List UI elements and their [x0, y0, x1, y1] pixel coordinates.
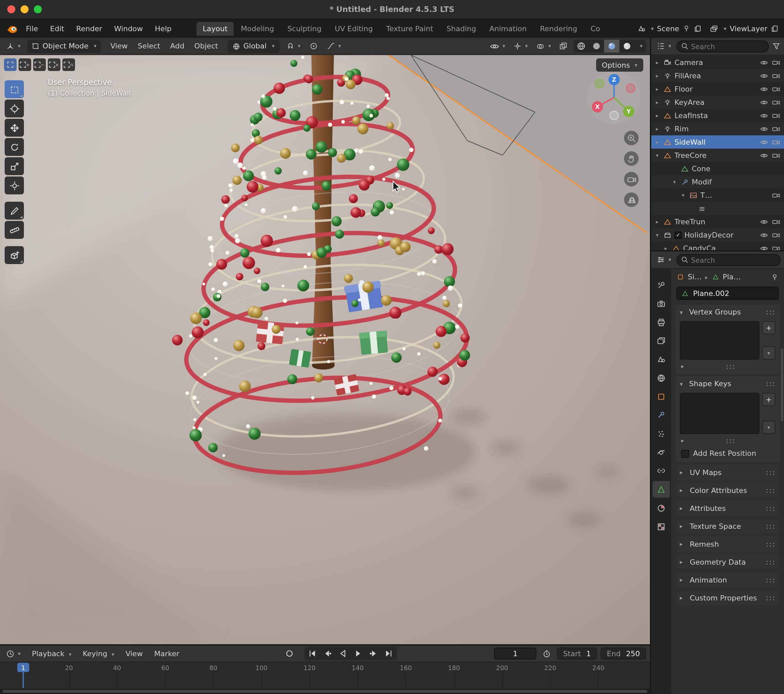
gizmo-x-neg[interactable]	[626, 84, 635, 92]
viewport-scene[interactable]	[0, 55, 650, 644]
workspace-tab-uv-editing[interactable]: UV Editing	[329, 21, 379, 36]
tool-measure[interactable]	[5, 221, 24, 239]
shape-keys-list[interactable]	[680, 393, 759, 434]
timeline-menu-playback[interactable]: Playback ▾	[26, 647, 77, 660]
shading-solid-button[interactable]	[589, 40, 604, 53]
viewlayer-selector[interactable]: ▾ ViewLayer	[710, 24, 779, 33]
panel-color-attributes[interactable]: ▸Color Attributes	[675, 482, 780, 498]
tool-transform[interactable]	[5, 176, 24, 194]
disable-in-renders-toggle[interactable]	[772, 245, 780, 250]
object-breadcrumb-icon[interactable]	[677, 273, 684, 281]
expand-icon[interactable]: ▸	[654, 112, 660, 118]
zoom-window-button[interactable]	[34, 5, 42, 13]
snapping-toggle[interactable]: ▾	[284, 41, 302, 52]
disable-in-renders-toggle[interactable]	[772, 192, 780, 198]
filter-funnel-icon[interactable]	[772, 42, 781, 51]
tool-add-cube[interactable]	[5, 246, 24, 264]
properties-search[interactable]	[677, 254, 781, 266]
properties-tab-output[interactable]	[652, 314, 670, 331]
expand-icon[interactable]: ▸	[654, 59, 660, 65]
menu-render[interactable]: Render	[71, 22, 107, 35]
outliner-item-cone[interactable]: Cone	[651, 162, 784, 175]
hide-in-viewport-toggle[interactable]	[760, 86, 768, 92]
timeline-menu-keying[interactable]: Keying ▾	[77, 647, 120, 660]
disable-in-renders-toggle[interactable]	[772, 232, 780, 238]
breadcrumb-object[interactable]: Si…	[688, 273, 702, 281]
outliner-item-treetrun[interactable]: ▸TreeTrun	[651, 215, 784, 228]
jump-to-start-button[interactable]	[305, 648, 320, 659]
overlays-toggle[interactable]: ▾	[534, 41, 553, 51]
blender-logo-icon[interactable]	[7, 23, 18, 34]
properties-tab-material[interactable]	[652, 500, 670, 516]
properties-tab-texture[interactable]	[652, 518, 670, 535]
menu-edit[interactable]: Edit	[45, 22, 70, 35]
disable-in-renders-toggle[interactable]	[772, 126, 780, 132]
hide-in-viewport-toggle[interactable]	[760, 126, 768, 132]
timeline-menu-view[interactable]: View	[120, 647, 148, 660]
shading-material-button[interactable]	[604, 40, 619, 53]
properties-tab-object[interactable]	[652, 388, 670, 405]
outliner-item-camera[interactable]: ▸Camera	[651, 56, 784, 69]
xray-toggle[interactable]	[557, 41, 570, 52]
viewport-menu-add[interactable]: Add	[166, 40, 189, 53]
hide-in-viewport-toggle[interactable]	[760, 99, 768, 105]
workspace-tab-shading[interactable]: Shading	[440, 21, 482, 36]
list-filter-expand-icon[interactable]: ▸	[681, 363, 687, 370]
expand-icon[interactable]: ▸	[662, 245, 669, 250]
add-rest-position-checkbox[interactable]	[681, 449, 689, 457]
timeline-ruler[interactable]: 1 20406080100120140160180200220240	[0, 662, 650, 694]
menu-window[interactable]: Window	[109, 22, 148, 35]
expand-icon[interactable]: ▸	[654, 126, 660, 132]
tool-rotate[interactable]	[5, 138, 24, 156]
outliner-search-input[interactable]	[691, 42, 764, 50]
gift-red[interactable]	[256, 321, 285, 344]
navigation-gizmo[interactable]: Z X Y	[586, 70, 642, 125]
drag-handle-icon[interactable]	[766, 488, 776, 493]
object-type-visibility[interactable]: ▾	[488, 41, 507, 51]
tool-annotate[interactable]	[5, 202, 24, 220]
panel-attributes[interactable]: ▸Attributes	[675, 500, 780, 516]
shape-key-specials-button[interactable]: ▾	[762, 421, 776, 434]
disable-in-renders-toggle[interactable]	[772, 152, 780, 158]
playhead-flag[interactable]: 1	[17, 663, 29, 672]
hide-in-viewport-toggle[interactable]	[760, 59, 768, 65]
pin-icon[interactable]	[771, 273, 779, 281]
shading-wireframe-button[interactable]	[573, 40, 589, 53]
outliner-item-leafinsta[interactable]: ▸LeafInsta	[651, 109, 784, 122]
gizmo-z-neg[interactable]	[610, 111, 618, 120]
expand-icon[interactable]: ▾	[671, 179, 678, 185]
viewport-menu-object[interactable]: Object	[189, 40, 223, 53]
panel-animation[interactable]: ▸Animation	[675, 572, 780, 588]
auto-keying-toggle[interactable]	[282, 648, 296, 659]
expand-icon[interactable]: ▸	[654, 139, 660, 145]
select-set-button[interactable]	[4, 58, 16, 71]
disable-in-renders-toggle[interactable]	[772, 99, 780, 105]
properties-tab-tool[interactable]	[652, 277, 670, 293]
hide-in-viewport-toggle[interactable]	[760, 245, 768, 250]
properties-editor-selector[interactable]: ▾	[655, 254, 673, 265]
properties-search-input[interactable]	[691, 256, 776, 264]
drag-handle-icon[interactable]	[766, 310, 776, 314]
add-shape-key-button[interactable]: +	[762, 393, 776, 406]
add-vertex-group-button[interactable]: +	[762, 321, 776, 334]
select-intersect-button[interactable]: ∩	[63, 58, 75, 71]
disable-in-renders-toggle[interactable]	[772, 59, 780, 65]
tool-select-box[interactable]	[5, 80, 24, 98]
workspace-tab-sculpting[interactable]: Sculpting	[282, 21, 328, 36]
collection-checkbox[interactable]: ✓	[674, 231, 682, 238]
scene-selector[interactable]: ▾ Scene	[637, 24, 702, 33]
3d-viewport[interactable]: + − × ∩ User Perspective (1) Collection …	[0, 55, 650, 644]
drag-handle-icon[interactable]	[766, 542, 776, 546]
outliner-item-keyarea[interactable]: ▸KeyArea	[651, 95, 784, 109]
drag-handle-icon[interactable]	[766, 524, 776, 528]
next-keyframe-button[interactable]	[366, 648, 381, 659]
shading-options-button[interactable]: ▾	[635, 41, 646, 51]
expand-icon[interactable]: ▸	[654, 99, 660, 105]
drag-handle-icon[interactable]	[766, 382, 776, 386]
mode-selector[interactable]: Object Mode▾	[27, 39, 101, 53]
list-filter-expand-icon[interactable]: ▸	[681, 437, 687, 444]
playhead-line[interactable]	[23, 672, 24, 688]
breadcrumb-data[interactable]: Pla…	[723, 273, 741, 281]
vertex-groups-panel-header[interactable]: ▾ Vertex Groups	[675, 304, 780, 320]
hide-in-viewport-toggle[interactable]	[760, 139, 768, 145]
